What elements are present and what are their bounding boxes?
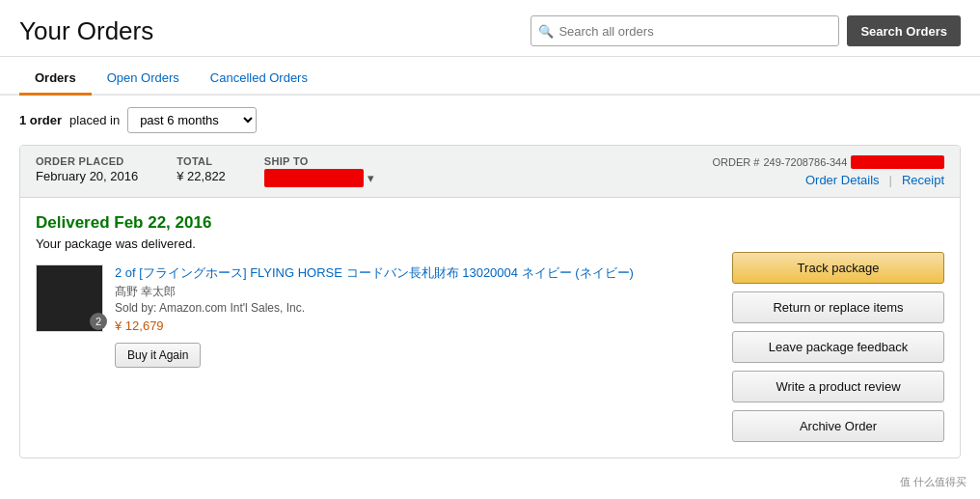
- order-content: Delivered Feb 22, 2016 Your package was …: [36, 213, 732, 442]
- order-ship-to-meta: SHIP TO XXXXX ▾: [264, 155, 374, 187]
- write-review-button[interactable]: Write a product review: [732, 371, 944, 402]
- product-image-wrapper: 2: [36, 264, 103, 332]
- search-icon: 🔍: [538, 24, 554, 39]
- archive-order-button[interactable]: Archive Order: [732, 410, 944, 442]
- order-card: ORDER PLACED February 20, 2016 TOTAL ¥ 2…: [19, 145, 961, 458]
- search-area: 🔍 Search Orders: [531, 15, 961, 46]
- buy-again-button[interactable]: Buy it Again: [115, 343, 201, 368]
- order-ship-to-label: SHIP TO: [264, 155, 374, 167]
- order-total-value: ¥ 22,822: [177, 169, 226, 183]
- leave-feedback-button[interactable]: Leave package feedback: [732, 331, 944, 363]
- ship-to-name-redacted: XXXXX: [264, 169, 364, 187]
- filter-row: 1 order placed in past 6 months past 3 m…: [0, 96, 980, 145]
- order-meta-group: ORDER PLACED February 20, 2016 TOTAL ¥ 2…: [36, 155, 694, 187]
- order-placed-label: ORDER PLACED: [36, 155, 138, 167]
- order-card-header: ORDER PLACED February 20, 2016 TOTAL ¥ 2…: [20, 146, 960, 198]
- return-replace-button[interactable]: Return or replace items: [732, 291, 944, 323]
- receipt-link[interactable]: Receipt: [902, 173, 944, 187]
- product-sold-by: Sold by: Amazon.com Int'l Sales, Inc.: [115, 301, 732, 315]
- product-price: ¥ 12,679: [115, 319, 732, 333]
- order-number-line: ORDER # 249-7208786-344 XXXXX: [713, 155, 944, 169]
- order-total-meta: TOTAL ¥ 22,822: [177, 155, 226, 187]
- order-ship-value: XXXXX ▾: [264, 169, 374, 187]
- order-links: Order Details | Receipt: [805, 173, 944, 187]
- tab-open-orders[interactable]: Open Orders: [92, 61, 195, 96]
- time-filter-select[interactable]: past 6 months past 3 months past year 20…: [127, 107, 257, 133]
- page-header: Your Orders 🔍 Search Orders: [0, 0, 980, 57]
- order-number-value: 249-7208786-344: [763, 156, 847, 168]
- tabs-bar: Orders Open Orders Cancelled Orders: [0, 61, 980, 96]
- tab-orders[interactable]: Orders: [19, 61, 92, 96]
- order-total-label: TOTAL: [177, 155, 226, 167]
- search-input-wrapper: 🔍: [531, 15, 839, 46]
- ship-dropdown-icon[interactable]: ▾: [368, 171, 374, 185]
- tab-cancelled-orders[interactable]: Cancelled Orders: [195, 61, 323, 96]
- pipe-separator: |: [889, 173, 892, 187]
- delivery-status: Delivered Feb 22, 2016: [36, 213, 732, 233]
- order-number-area: ORDER # 249-7208786-344 XXXXX Order Deta…: [694, 155, 944, 187]
- track-package-button[interactable]: Track package: [732, 252, 944, 284]
- order-number-redacted: XXXXX: [851, 155, 944, 169]
- search-input[interactable]: [531, 15, 839, 46]
- product-seller-name: 髙野 幸太郎: [115, 284, 732, 300]
- order-count-text: 1 order: [19, 113, 62, 127]
- order-placed-meta: ORDER PLACED February 20, 2016: [36, 155, 138, 187]
- order-number-prefix: ORDER #: [713, 156, 760, 168]
- page-title: Your Orders: [19, 16, 153, 46]
- order-placed-date: February 20, 2016: [36, 169, 138, 183]
- watermark: 值 什么值得买: [894, 473, 972, 491]
- product-title-link[interactable]: 2 of [フライングホース] FLYING HORSE コードバン長札財布 1…: [115, 265, 634, 280]
- product-qty-badge: 2: [90, 313, 107, 330]
- product-info: 2 of [フライングホース] FLYING HORSE コードバン長札財布 1…: [115, 264, 732, 368]
- search-orders-button[interactable]: Search Orders: [847, 15, 961, 46]
- order-card-body: Delivered Feb 22, 2016 Your package was …: [20, 198, 960, 457]
- delivery-subtext: Your package was delivered.: [36, 236, 732, 251]
- order-details-link[interactable]: Order Details: [805, 173, 880, 187]
- product-row: 2 2 of [フライングホース] FLYING HORSE コードバン長札財布…: [36, 264, 732, 368]
- placed-in-label: placed in: [69, 113, 120, 127]
- action-buttons: Track package Return or replace items Le…: [732, 213, 944, 442]
